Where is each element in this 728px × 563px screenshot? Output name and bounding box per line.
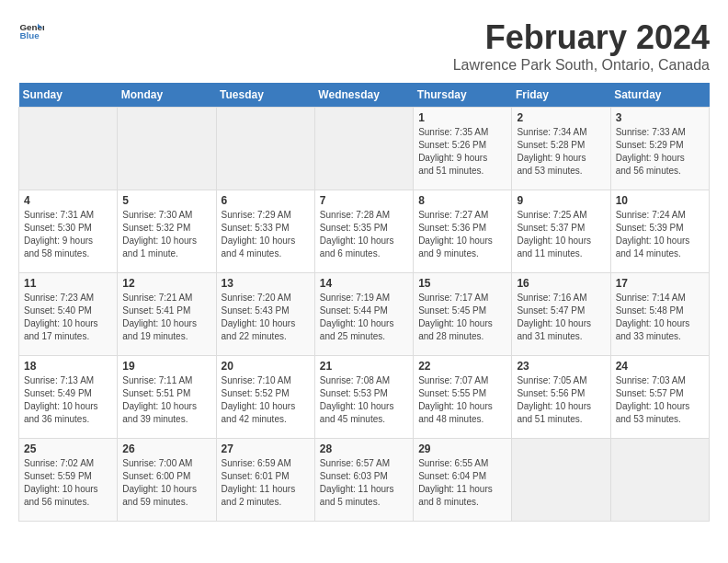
weekday-header-friday: Friday bbox=[512, 83, 610, 108]
calendar-cell: 19Sunrise: 7:11 AM Sunset: 5:51 PM Dayli… bbox=[118, 356, 216, 439]
calendar-cell bbox=[216, 108, 314, 190]
day-number: 6 bbox=[222, 194, 310, 207]
day-info: Sunrise: 7:29 AM Sunset: 5:33 PM Dayligh… bbox=[222, 209, 310, 260]
day-info: Sunrise: 7:30 AM Sunset: 5:32 PM Dayligh… bbox=[122, 209, 210, 260]
day-info: Sunrise: 7:25 AM Sunset: 5:37 PM Dayligh… bbox=[517, 209, 605, 260]
calendar-cell bbox=[610, 439, 709, 522]
calendar-table: SundayMondayTuesdayWednesdayThursdayFrid… bbox=[18, 83, 710, 522]
day-number: 21 bbox=[320, 360, 408, 373]
day-number: 24 bbox=[616, 360, 704, 373]
day-number: 3 bbox=[616, 111, 704, 124]
day-info: Sunrise: 6:59 AM Sunset: 6:01 PM Dayligh… bbox=[222, 457, 310, 509]
calendar-cell bbox=[512, 439, 610, 522]
calendar-cell: 1Sunrise: 7:35 AM Sunset: 5:26 PM Daylig… bbox=[414, 108, 512, 190]
weekday-header-tuesday: Tuesday bbox=[216, 83, 314, 108]
calendar-cell: 7Sunrise: 7:28 AM Sunset: 5:35 PM Daylig… bbox=[314, 190, 413, 273]
day-number: 23 bbox=[517, 360, 605, 373]
day-info: Sunrise: 7:03 AM Sunset: 5:57 PM Dayligh… bbox=[616, 374, 704, 426]
weekday-header-monday: Monday bbox=[118, 83, 216, 108]
day-number: 4 bbox=[24, 194, 112, 207]
day-number: 2 bbox=[517, 111, 605, 124]
day-info: Sunrise: 7:10 AM Sunset: 5:52 PM Dayligh… bbox=[222, 374, 310, 426]
day-number: 5 bbox=[122, 194, 210, 207]
day-info: Sunrise: 7:00 AM Sunset: 6:00 PM Dayligh… bbox=[122, 457, 210, 509]
calendar-cell: 28Sunrise: 6:57 AM Sunset: 6:03 PM Dayli… bbox=[314, 439, 413, 522]
day-number: 13 bbox=[222, 277, 310, 290]
calendar-cell: 26Sunrise: 7:00 AM Sunset: 6:00 PM Dayli… bbox=[118, 439, 216, 522]
logo: General Blue bbox=[18, 18, 44, 44]
day-number: 28 bbox=[320, 442, 408, 455]
calendar-cell bbox=[19, 108, 118, 190]
day-info: Sunrise: 7:27 AM Sunset: 5:36 PM Dayligh… bbox=[418, 209, 506, 260]
day-info: Sunrise: 7:17 AM Sunset: 5:45 PM Dayligh… bbox=[418, 292, 506, 343]
week-row-1: 1Sunrise: 7:35 AM Sunset: 5:26 PM Daylig… bbox=[19, 108, 710, 190]
day-number: 16 bbox=[517, 277, 605, 290]
day-info: Sunrise: 7:34 AM Sunset: 5:28 PM Dayligh… bbox=[517, 126, 605, 178]
calendar-cell: 18Sunrise: 7:13 AM Sunset: 5:49 PM Dayli… bbox=[19, 356, 118, 439]
day-number: 9 bbox=[517, 194, 605, 207]
week-row-2: 4Sunrise: 7:31 AM Sunset: 5:30 PM Daylig… bbox=[19, 190, 710, 273]
day-number: 10 bbox=[616, 194, 704, 207]
calendar-cell: 4Sunrise: 7:31 AM Sunset: 5:30 PM Daylig… bbox=[19, 190, 118, 273]
day-number: 29 bbox=[418, 442, 506, 455]
calendar-cell: 9Sunrise: 7:25 AM Sunset: 5:37 PM Daylig… bbox=[512, 190, 610, 273]
calendar-body: 1Sunrise: 7:35 AM Sunset: 5:26 PM Daylig… bbox=[19, 108, 710, 522]
day-info: Sunrise: 6:57 AM Sunset: 6:03 PM Dayligh… bbox=[320, 457, 408, 509]
calendar-cell: 29Sunrise: 6:55 AM Sunset: 6:04 PM Dayli… bbox=[414, 439, 512, 522]
calendar-cell: 12Sunrise: 7:21 AM Sunset: 5:41 PM Dayli… bbox=[118, 273, 216, 356]
day-number: 27 bbox=[222, 442, 310, 455]
calendar-cell: 16Sunrise: 7:16 AM Sunset: 5:47 PM Dayli… bbox=[512, 273, 610, 356]
calendar-cell: 3Sunrise: 7:33 AM Sunset: 5:29 PM Daylig… bbox=[610, 108, 709, 190]
calendar-cell bbox=[118, 108, 216, 190]
calendar-cell: 27Sunrise: 6:59 AM Sunset: 6:01 PM Dayli… bbox=[216, 439, 314, 522]
day-number: 19 bbox=[122, 360, 210, 373]
calendar-cell: 20Sunrise: 7:10 AM Sunset: 5:52 PM Dayli… bbox=[216, 356, 314, 439]
location-subtitle: Lawrence Park South, Ontario, Canada bbox=[453, 57, 710, 74]
day-info: Sunrise: 7:14 AM Sunset: 5:48 PM Dayligh… bbox=[616, 292, 704, 343]
day-info: Sunrise: 7:33 AM Sunset: 5:29 PM Dayligh… bbox=[616, 126, 704, 178]
month-title: February 2024 bbox=[453, 18, 710, 57]
calendar-cell: 13Sunrise: 7:20 AM Sunset: 5:43 PM Dayli… bbox=[216, 273, 314, 356]
day-info: Sunrise: 7:19 AM Sunset: 5:44 PM Dayligh… bbox=[320, 292, 408, 343]
day-info: Sunrise: 7:05 AM Sunset: 5:56 PM Dayligh… bbox=[517, 374, 605, 426]
calendar-cell: 6Sunrise: 7:29 AM Sunset: 5:33 PM Daylig… bbox=[216, 190, 314, 273]
day-number: 11 bbox=[24, 277, 112, 290]
day-number: 14 bbox=[320, 277, 408, 290]
day-number: 12 bbox=[122, 277, 210, 290]
day-number: 26 bbox=[122, 442, 210, 455]
day-info: Sunrise: 7:13 AM Sunset: 5:49 PM Dayligh… bbox=[24, 374, 112, 426]
day-info: Sunrise: 7:11 AM Sunset: 5:51 PM Dayligh… bbox=[122, 374, 210, 426]
calendar-cell: 2Sunrise: 7:34 AM Sunset: 5:28 PM Daylig… bbox=[512, 108, 610, 190]
day-number: 22 bbox=[418, 360, 506, 373]
day-number: 1 bbox=[418, 111, 506, 124]
week-row-5: 25Sunrise: 7:02 AM Sunset: 5:59 PM Dayli… bbox=[19, 439, 710, 522]
day-info: Sunrise: 7:28 AM Sunset: 5:35 PM Dayligh… bbox=[320, 209, 408, 260]
day-info: Sunrise: 7:31 AM Sunset: 5:30 PM Dayligh… bbox=[24, 209, 112, 260]
week-row-4: 18Sunrise: 7:13 AM Sunset: 5:49 PM Dayli… bbox=[19, 356, 710, 439]
day-info: Sunrise: 7:07 AM Sunset: 5:55 PM Dayligh… bbox=[418, 374, 506, 426]
calendar-cell: 25Sunrise: 7:02 AM Sunset: 5:59 PM Dayli… bbox=[19, 439, 118, 522]
page-header: General Blue February 2024 Lawrence Park… bbox=[18, 18, 710, 74]
day-number: 15 bbox=[418, 277, 506, 290]
day-number: 17 bbox=[616, 277, 704, 290]
day-info: Sunrise: 7:02 AM Sunset: 5:59 PM Dayligh… bbox=[24, 457, 112, 509]
day-number: 18 bbox=[24, 360, 112, 373]
calendar-cell: 23Sunrise: 7:05 AM Sunset: 5:56 PM Dayli… bbox=[512, 356, 610, 439]
calendar-cell: 8Sunrise: 7:27 AM Sunset: 5:36 PM Daylig… bbox=[414, 190, 512, 273]
calendar-cell: 15Sunrise: 7:17 AM Sunset: 5:45 PM Dayli… bbox=[414, 273, 512, 356]
day-number: 7 bbox=[320, 194, 408, 207]
title-area: February 2024 Lawrence Park South, Ontar… bbox=[453, 18, 710, 74]
calendar-cell: 14Sunrise: 7:19 AM Sunset: 5:44 PM Dayli… bbox=[314, 273, 413, 356]
calendar-cell: 24Sunrise: 7:03 AM Sunset: 5:57 PM Dayli… bbox=[610, 356, 709, 439]
day-info: Sunrise: 7:21 AM Sunset: 5:41 PM Dayligh… bbox=[122, 292, 210, 343]
day-number: 25 bbox=[24, 442, 112, 455]
calendar-cell: 17Sunrise: 7:14 AM Sunset: 5:48 PM Dayli… bbox=[610, 273, 709, 356]
day-info: Sunrise: 7:08 AM Sunset: 5:53 PM Dayligh… bbox=[320, 374, 408, 426]
calendar-cell: 22Sunrise: 7:07 AM Sunset: 5:55 PM Dayli… bbox=[414, 356, 512, 439]
day-info: Sunrise: 7:20 AM Sunset: 5:43 PM Dayligh… bbox=[222, 292, 310, 343]
calendar-cell: 5Sunrise: 7:30 AM Sunset: 5:32 PM Daylig… bbox=[118, 190, 216, 273]
day-info: Sunrise: 6:55 AM Sunset: 6:04 PM Dayligh… bbox=[418, 457, 506, 509]
day-info: Sunrise: 7:24 AM Sunset: 5:39 PM Dayligh… bbox=[616, 209, 704, 260]
day-info: Sunrise: 7:16 AM Sunset: 5:47 PM Dayligh… bbox=[517, 292, 605, 343]
weekday-header-wednesday: Wednesday bbox=[314, 83, 413, 108]
